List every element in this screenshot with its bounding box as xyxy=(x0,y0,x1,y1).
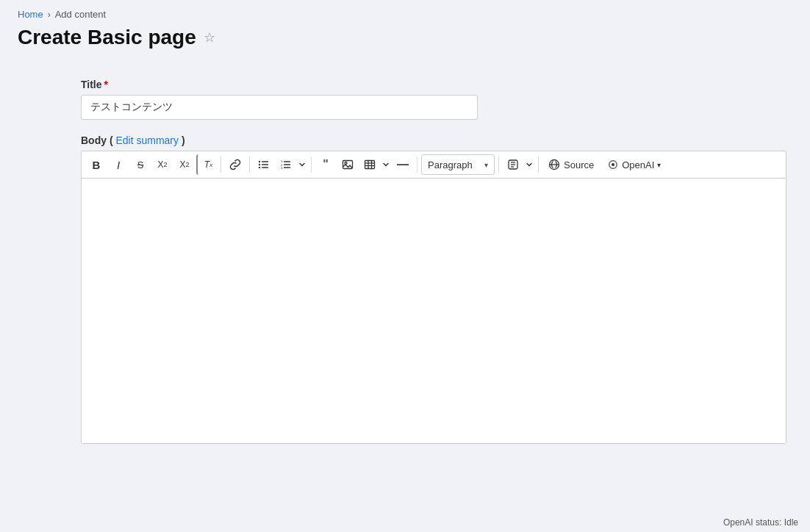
italic-button[interactable]: I xyxy=(108,154,129,175)
editor-toolbar: B I S X2 X2 Tx xyxy=(82,151,786,179)
breadcrumb: Home › Add content xyxy=(18,9,792,20)
svg-rect-1 xyxy=(262,161,268,162)
styles-group xyxy=(503,154,534,175)
separator-3 xyxy=(311,157,312,173)
separator-5 xyxy=(498,157,499,173)
paragraph-chevron-icon: ▾ xyxy=(484,161,488,169)
bold-button[interactable]: B xyxy=(86,154,107,175)
breadcrumb-home[interactable]: Home xyxy=(18,9,43,20)
svg-point-4 xyxy=(259,167,260,168)
source-button[interactable]: Source xyxy=(542,154,600,175)
page-title: Create Basic page xyxy=(18,26,196,49)
openai-dropdown[interactable]: OpenAI ▾ xyxy=(601,154,667,175)
svg-text:3.: 3. xyxy=(281,166,283,170)
breadcrumb-separator: › xyxy=(48,10,51,20)
edit-summary-link[interactable]: Edit summary xyxy=(115,134,179,146)
svg-rect-11 xyxy=(284,167,290,168)
superscript-button[interactable]: X2 xyxy=(152,154,173,175)
title-label: Title * xyxy=(81,79,478,90)
separator-1 xyxy=(221,157,221,173)
svg-point-13 xyxy=(345,162,347,165)
star-icon[interactable]: ☆ xyxy=(204,29,215,46)
breadcrumb-add-content: Add content xyxy=(55,9,106,20)
main-content: Title * Body ( Edit summary ) B I S xyxy=(0,61,810,461)
table-group xyxy=(359,154,391,175)
strikethrough-button[interactable]: S xyxy=(130,154,151,175)
table-dropdown-button[interactable] xyxy=(381,154,391,175)
editor-container: B I S X2 X2 Tx xyxy=(81,151,786,444)
svg-rect-9 xyxy=(284,164,290,165)
clear-format-button[interactable]: Tx xyxy=(196,154,217,175)
horizontal-rule-button[interactable]: — xyxy=(393,154,413,175)
openai-chevron-icon: ▾ xyxy=(657,161,661,169)
paragraph-format-dropdown[interactable]: Paragraph ▾ xyxy=(421,154,495,175)
body-label: Body ( Edit summary ) xyxy=(81,134,786,146)
page-header: Home › Add content Create Basic page ☆ xyxy=(0,0,810,61)
separator-4 xyxy=(417,157,417,173)
svg-rect-5 xyxy=(262,167,268,168)
page-title-row: Create Basic page ☆ xyxy=(18,26,792,49)
blockquote-button[interactable]: " xyxy=(315,154,336,175)
separator-2 xyxy=(249,157,250,173)
svg-point-25 xyxy=(612,163,614,166)
title-input[interactable] xyxy=(81,95,478,120)
body-field-group: Body ( Edit summary ) B I S X2 xyxy=(81,134,786,444)
subscript-button[interactable]: X2 xyxy=(174,154,195,175)
svg-rect-3 xyxy=(262,164,268,165)
svg-rect-7 xyxy=(284,161,290,162)
separator-6 xyxy=(538,157,539,173)
ordered-list-button[interactable]: 1. 2. 3. xyxy=(276,154,296,175)
title-field-group: Title * xyxy=(81,79,478,120)
required-indicator: * xyxy=(104,79,108,90)
svg-point-2 xyxy=(259,164,260,165)
image-button[interactable] xyxy=(337,154,358,175)
ordered-list-dropdown-button[interactable] xyxy=(297,154,307,175)
styles-button[interactable] xyxy=(503,154,523,175)
styles-dropdown-button[interactable] xyxy=(524,154,534,175)
editor-body[interactable] xyxy=(82,179,786,443)
ordered-list-group: 1. 2. 3. xyxy=(276,154,307,175)
svg-point-0 xyxy=(259,161,260,162)
table-button[interactable] xyxy=(359,154,380,175)
link-button[interactable] xyxy=(225,154,245,175)
svg-rect-14 xyxy=(365,161,375,169)
unordered-list-button[interactable] xyxy=(254,154,274,175)
